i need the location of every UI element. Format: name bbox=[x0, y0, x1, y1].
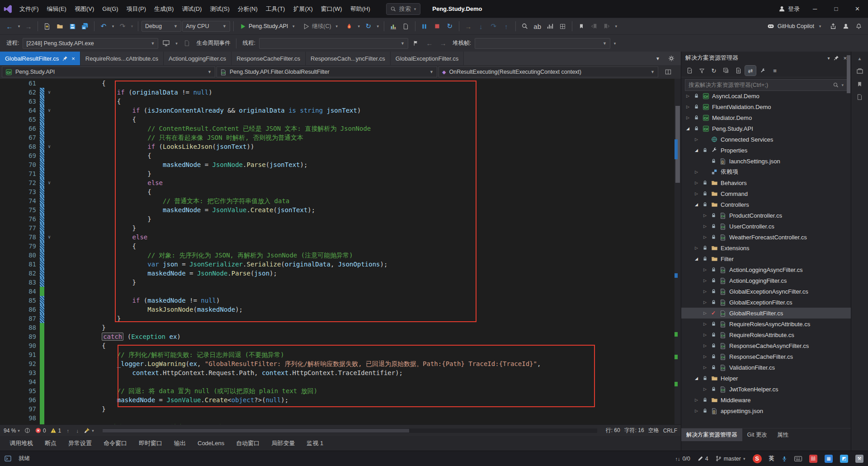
rail-toolbox-icon[interactable] bbox=[856, 67, 863, 75]
feedback-icon[interactable] bbox=[840, 20, 852, 32]
tree-expander-icon[interactable]: ▷ bbox=[693, 191, 699, 196]
redo-dropdown[interactable]: ▾ bbox=[129, 20, 135, 32]
ime-language-indicator[interactable]: 英 bbox=[769, 455, 775, 462]
code-text[interactable]: maskedNode = JsonValue.Create<object?>(n… bbox=[54, 395, 288, 404]
tree-item-Properties[interactable]: ◢Properties bbox=[681, 145, 851, 156]
code-text[interactable]: { bbox=[54, 151, 151, 160]
hot-reload-dropdown[interactable]: ▾ bbox=[356, 20, 362, 32]
health-indicator-icon[interactable] bbox=[24, 425, 31, 437]
breakpoint-margin[interactable] bbox=[0, 359, 14, 368]
fold-collapse-icon[interactable]: ∨ bbox=[44, 142, 54, 151]
bottom-panel-tab-5[interactable]: 输出 bbox=[168, 436, 192, 451]
document-list-dropdown-icon[interactable]: ▼ bbox=[652, 52, 664, 64]
pending-changes-filter-icon[interactable] bbox=[696, 66, 707, 76]
code-text[interactable]: if (isJsonContentAlready && originalData… bbox=[54, 106, 361, 115]
menu-item-0[interactable]: 文件(F) bbox=[15, 0, 43, 18]
new-file-icon[interactable] bbox=[41, 20, 53, 32]
error-count-button[interactable]: 0 bbox=[35, 428, 46, 434]
breakpoint-margin[interactable] bbox=[0, 287, 14, 296]
zoom-dropdown[interactable]: 94 % ▾ bbox=[4, 428, 20, 434]
breakpoint-margin[interactable] bbox=[0, 414, 14, 423]
code-text[interactable]: // 只有在看起来像 JSON 时解析, 否则视为普通文本 bbox=[54, 133, 303, 142]
project-dropdown[interactable]: C# Peng.Study.API ▼ bbox=[2, 67, 215, 77]
code-text[interactable]: // 回退: 将 data 置为 null (或可以把原始 plain text… bbox=[54, 386, 317, 395]
tree-scrollbar-thumb[interactable] bbox=[847, 55, 850, 93]
restart-icon[interactable]: ↻ bbox=[363, 20, 374, 32]
code-text[interactable]: var json = JsonSerializer.Serialize(orig… bbox=[54, 260, 387, 269]
breakpoint-margin[interactable] bbox=[0, 223, 14, 233]
code-text[interactable]: if (LooksLikeJson(jsonText)) bbox=[54, 142, 254, 151]
tree-expander-icon[interactable]: ◢ bbox=[693, 202, 699, 207]
code-text[interactable]: // 序列化/解析可能失败: 记录日志并回退 (不要抛异常) bbox=[54, 350, 284, 359]
sogou-ime-logo-icon[interactable]: S bbox=[753, 454, 762, 463]
document-tab-5[interactable]: GlobalExceptionFilter.cs bbox=[391, 52, 464, 65]
menu-item-11[interactable]: 窗口(W) bbox=[317, 0, 346, 18]
sogou-toolbar-settings-icon[interactable]: ⚒ bbox=[855, 455, 863, 463]
document-tab-1[interactable]: RequireRoles...cAttribute.cs bbox=[80, 52, 164, 65]
tree-item-UserController.cs[interactable]: ▷C#UserController.cs bbox=[681, 221, 851, 232]
breakpoint-margin[interactable] bbox=[0, 233, 14, 242]
bottom-panel-tab-2[interactable]: 异常设置 bbox=[62, 436, 98, 451]
code-text[interactable]: maskedNode = JsonNode.Parse(json); bbox=[54, 269, 277, 278]
git-sync-button[interactable]: ↑↓ 0/0 bbox=[675, 456, 690, 462]
search-dropdown-icon[interactable]: ▾ bbox=[414, 7, 416, 11]
code-text[interactable]: // 普通文本: 把它作为字符串值放入 data bbox=[54, 196, 289, 205]
type-dropdown[interactable]: C# Peng.Study.API.Filter.GlobalResultFil… bbox=[217, 67, 437, 77]
close-panel-icon[interactable]: × bbox=[843, 55, 847, 62]
breakpoint-margin[interactable] bbox=[0, 106, 14, 115]
code-text[interactable]: maskedNode = JsonValue.Create(jsonText); bbox=[54, 205, 315, 214]
code-text[interactable]: { bbox=[54, 97, 121, 106]
redo-icon[interactable]: ↷ bbox=[117, 20, 128, 32]
panel-tab-1[interactable]: Git 更改 bbox=[742, 428, 772, 441]
tree-expander-icon[interactable]: ▷ bbox=[693, 398, 699, 402]
tree-expander-icon[interactable]: ▷ bbox=[702, 235, 708, 239]
document-tab-3[interactable]: ResponseCacheFilter.cs bbox=[231, 52, 306, 65]
find-in-files-icon[interactable] bbox=[519, 20, 531, 32]
breakpoint-margin[interactable] bbox=[0, 151, 14, 160]
preview-selected-items-icon[interactable]: ≡ bbox=[769, 66, 780, 76]
tree-item-Filter[interactable]: ◢Filter bbox=[681, 253, 851, 264]
scrollbar-thumb[interactable] bbox=[103, 429, 409, 433]
code-text[interactable]: { bbox=[54, 242, 136, 251]
tree-expander-icon[interactable]: ▷ bbox=[702, 354, 708, 359]
tree-item-Mediator.Demo[interactable]: ▷C#Mediator.Demo bbox=[681, 112, 851, 123]
tree-expander-icon[interactable]: ▷ bbox=[693, 181, 699, 185]
tree-item-WeatherForecastController.cs[interactable]: ▷C#WeatherForecastController.cs bbox=[681, 232, 851, 243]
tree-expander-icon[interactable]: ▷ bbox=[702, 333, 708, 337]
breakpoint-margin[interactable] bbox=[0, 350, 14, 359]
menu-item-7[interactable]: 测试(S) bbox=[206, 0, 233, 18]
document-tab-0[interactable]: GlobalResultFilter.cs× bbox=[0, 52, 80, 65]
code-text[interactable]: if (maskedNode != null) bbox=[54, 296, 220, 305]
tree-item-launchSettings.json[interactable]: {}launchSettings.json bbox=[681, 156, 851, 166]
tree-item-ActionLoggingAsyncFilter.cs[interactable]: ▷C#ActionLoggingAsyncFilter.cs bbox=[681, 264, 851, 275]
tree-expander-icon[interactable]: ▷ bbox=[702, 224, 708, 228]
tree-item-GlobalResultFilter.cs[interactable]: ▷✓C#GlobalResultFilter.cs bbox=[681, 308, 851, 319]
breakpoint-margin[interactable] bbox=[0, 278, 14, 287]
menu-item-6[interactable]: 调试(D) bbox=[178, 0, 206, 18]
fold-collapse-icon[interactable]: ∨ bbox=[44, 88, 54, 97]
breakpoint-margin[interactable] bbox=[0, 97, 14, 106]
breakpoint-margin[interactable] bbox=[0, 269, 14, 278]
next-issue-icon[interactable]: ↓ bbox=[75, 425, 80, 437]
save-all-icon[interactable] bbox=[79, 20, 91, 32]
step-out-icon[interactable]: ↑ bbox=[500, 20, 512, 32]
notifications-icon[interactable] bbox=[853, 20, 864, 32]
tree-expander-icon[interactable]: ▷ bbox=[693, 170, 699, 174]
undo-icon[interactable]: ↶ bbox=[98, 20, 109, 32]
breakpoint-margin[interactable] bbox=[0, 260, 14, 269]
properties-wrench-icon[interactable] bbox=[757, 66, 768, 76]
sogou-toolbar-skin-icon[interactable]: ◩ bbox=[840, 455, 848, 463]
tab-options-icon[interactable] bbox=[665, 52, 677, 64]
code-editor[interactable]: 61 {62∨ if (originalData != null)63 {64∨… bbox=[0, 79, 681, 424]
code-text[interactable]: } bbox=[54, 404, 106, 414]
bookmark-icon[interactable] bbox=[576, 20, 587, 32]
member-dropdown[interactable]: ◆ OnResultExecuting(ResultExecutingConte… bbox=[439, 67, 658, 77]
tree-expander-icon[interactable]: ▷ bbox=[702, 213, 708, 218]
stop-debugging-icon[interactable] bbox=[431, 20, 443, 32]
breakpoint-margin[interactable] bbox=[0, 251, 14, 260]
tree-expander-icon[interactable]: ▷ bbox=[702, 311, 708, 315]
step-over-icon[interactable]: ↷ bbox=[488, 20, 500, 32]
tree-expander-icon[interactable]: ▷ bbox=[693, 137, 699, 142]
solution-configuration-combo[interactable]: Debug▼ bbox=[142, 21, 181, 32]
sync-with-active-document-icon[interactable]: ⇄ bbox=[745, 66, 756, 76]
